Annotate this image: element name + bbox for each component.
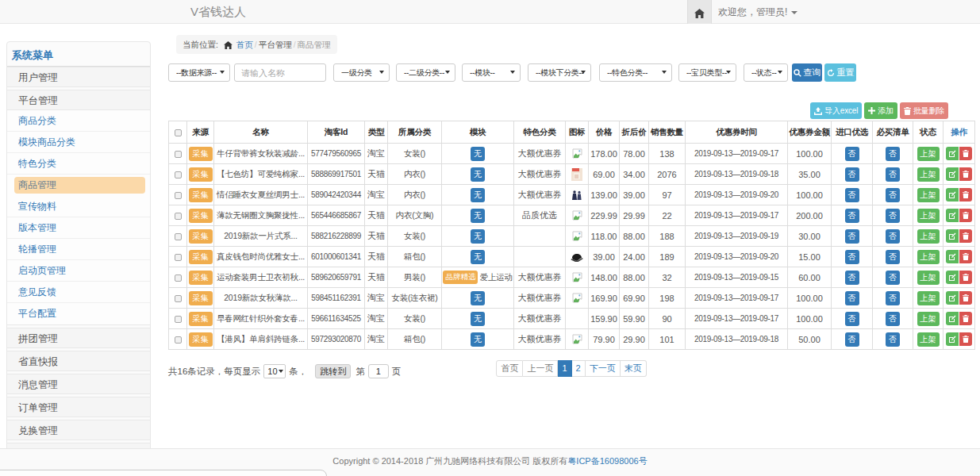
status-toggle[interactable]: 上架 <box>917 209 940 223</box>
page-button-末页[interactable]: 末页 <box>621 360 647 377</box>
sidebar-section-7[interactable]: 兑换管理 <box>7 420 150 440</box>
must-buy-toggle[interactable]: 否 <box>886 229 900 244</box>
row-checkbox[interactable] <box>175 274 182 282</box>
status-toggle[interactable]: 上架 <box>917 188 940 202</box>
status-toggle[interactable]: 上架 <box>917 229 940 244</box>
must-buy-toggle[interactable]: 否 <box>886 188 900 202</box>
imported-toggle[interactable]: 否 <box>845 312 859 326</box>
module-sub-category-select[interactable]: --模块下分类-- <box>528 63 591 82</box>
sidebar-item-启动页管理[interactable]: 启动页管理 <box>7 260 150 282</box>
delete-button[interactable] <box>959 291 972 305</box>
status-select[interactable]: --状态-- <box>744 63 788 82</box>
must-buy-toggle[interactable]: 否 <box>886 147 900 161</box>
delete-button[interactable] <box>959 147 972 160</box>
must-buy-toggle[interactable]: 否 <box>886 209 900 223</box>
status-toggle[interactable]: 上架 <box>917 167 940 182</box>
status-toggle[interactable]: 上架 <box>917 291 940 305</box>
must-buy-toggle[interactable]: 否 <box>886 250 900 264</box>
row-checkbox[interactable] <box>175 171 182 178</box>
edit-button[interactable] <box>946 291 959 305</box>
page-button-1[interactable]: 1 <box>558 360 571 377</box>
breadcrumb-item[interactable]: 首页 <box>236 40 253 49</box>
status-toggle[interactable]: 上架 <box>917 312 940 326</box>
delete-button[interactable] <box>959 312 972 325</box>
level2-category-select[interactable]: --二级分类-- <box>396 63 455 82</box>
nav-home-button[interactable] <box>687 0 712 24</box>
sidebar-item-宣传物料[interactable]: 宣传物料 <box>7 196 150 217</box>
sidebar-section-5[interactable]: 消息管理 <box>7 374 150 394</box>
status-toggle[interactable]: 上架 <box>917 271 940 285</box>
imported-toggle[interactable]: 否 <box>845 209 859 223</box>
name-search-input[interactable] <box>234 63 326 82</box>
delete-button[interactable] <box>959 250 972 263</box>
level1-category-select[interactable]: 一级分类 <box>333 63 390 82</box>
delete-button[interactable] <box>959 271 972 284</box>
status-toggle[interactable]: 上架 <box>917 147 940 161</box>
item-type-select[interactable]: --宝贝类型-- <box>678 63 736 82</box>
must-buy-toggle[interactable]: 否 <box>886 271 900 285</box>
sidebar-item-商品分类[interactable]: 商品分类 <box>7 110 150 132</box>
status-toggle[interactable]: 上架 <box>917 250 940 264</box>
sidebar-section-4[interactable]: 省直快报 <box>7 351 150 371</box>
icp-link[interactable]: 粤ICP备16098006号 <box>567 456 647 466</box>
imported-toggle[interactable]: 否 <box>845 188 859 202</box>
sidebar-item-平台配置[interactable]: 平台配置 <box>7 303 150 324</box>
query-button[interactable]: 查询 <box>792 63 822 82</box>
sidebar-item-意见反馈[interactable]: 意见反馈 <box>7 282 150 303</box>
row-checkbox[interactable] <box>175 192 182 199</box>
edit-button[interactable] <box>946 229 959 243</box>
module-select[interactable]: --模块-- <box>462 63 521 82</box>
sidebar-item-轮播管理[interactable]: 轮播管理 <box>7 239 150 260</box>
row-checkbox[interactable] <box>175 316 182 323</box>
sidebar-section-3[interactable]: 拼团管理 <box>7 328 150 348</box>
row-checkbox[interactable] <box>175 213 182 220</box>
must-buy-toggle[interactable]: 否 <box>886 332 900 347</box>
edit-button[interactable] <box>946 250 959 263</box>
delete-button[interactable] <box>959 167 972 181</box>
data-source-select[interactable]: --数据来源-- <box>168 63 230 82</box>
edit-button[interactable] <box>946 147 959 160</box>
sidebar-section-6[interactable]: 订单管理 <box>7 397 150 417</box>
import-excel-button[interactable]: 导入excel <box>810 102 862 119</box>
row-checkbox[interactable] <box>175 254 182 261</box>
edit-button[interactable] <box>946 312 959 325</box>
imported-toggle[interactable]: 否 <box>845 229 859 244</box>
imported-toggle[interactable]: 否 <box>845 250 859 264</box>
add-button[interactable]: 添加 <box>864 102 897 119</box>
imported-toggle[interactable]: 否 <box>845 271 859 285</box>
edit-button[interactable] <box>946 167 959 181</box>
status-toggle[interactable]: 上架 <box>917 332 940 347</box>
delete-button[interactable] <box>959 188 972 202</box>
imported-toggle[interactable]: 否 <box>845 332 859 347</box>
edit-button[interactable] <box>946 271 959 284</box>
bulk-delete-button[interactable]: 批量删除 <box>900 102 948 119</box>
sidebar-item-模块商品分类[interactable]: 模块商品分类 <box>7 132 150 153</box>
imported-toggle[interactable]: 否 <box>845 291 859 305</box>
delete-button[interactable] <box>959 332 972 346</box>
must-buy-toggle[interactable]: 否 <box>886 312 900 326</box>
sidebar-section-1[interactable]: 用户管理 <box>7 67 150 87</box>
imported-toggle[interactable]: 否 <box>845 147 859 161</box>
row-checkbox[interactable] <box>175 336 182 344</box>
sidebar-item-特色分类[interactable]: 特色分类 <box>7 153 150 175</box>
select-all-checkbox[interactable] <box>175 129 182 136</box>
edit-button[interactable] <box>946 188 959 202</box>
must-buy-toggle[interactable]: 否 <box>886 291 900 305</box>
row-checkbox[interactable] <box>175 233 182 240</box>
sidebar-item-版本管理[interactable]: 版本管理 <box>7 217 150 239</box>
sidebar-section-2[interactable]: 平台管理 <box>7 90 150 110</box>
reset-button[interactable]: 重置 <box>824 63 856 82</box>
edit-button[interactable] <box>946 332 959 346</box>
page-button-2[interactable]: 2 <box>572 360 586 377</box>
delete-button[interactable] <box>959 229 972 243</box>
feature-category-select[interactable]: --特色分类-- <box>599 63 672 82</box>
sidebar-item-商品管理[interactable]: 商品管理 <box>14 177 145 194</box>
row-checkbox[interactable] <box>175 151 182 158</box>
edit-button[interactable] <box>946 209 959 222</box>
row-checkbox[interactable] <box>175 295 182 302</box>
imported-toggle[interactable]: 否 <box>845 167 859 182</box>
page-button-下一页[interactable]: 下一页 <box>586 360 621 377</box>
user-menu[interactable]: 欢迎您，管理员! <box>718 0 797 24</box>
delete-button[interactable] <box>959 209 972 222</box>
must-buy-toggle[interactable]: 否 <box>886 167 900 182</box>
